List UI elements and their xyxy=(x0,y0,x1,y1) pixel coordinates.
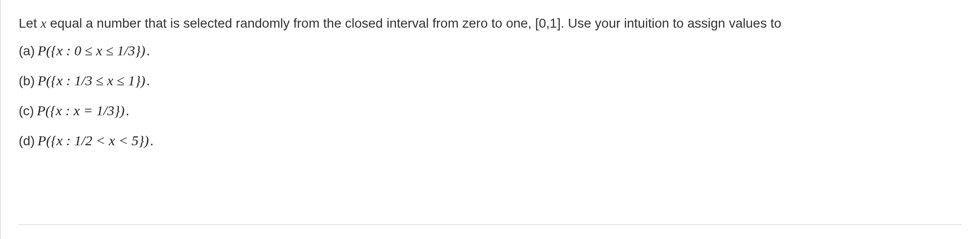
item-c: (c) P({x : x = 1/3}). xyxy=(19,101,961,120)
item-a: (a) P({x : 0 ≤ x ≤ 1/3}). xyxy=(19,41,961,60)
item-a-expression: P({x : 0 ≤ x ≤ 1/3}). xyxy=(37,41,150,60)
item-c-expression: P({x : x = 1/3}). xyxy=(37,101,130,120)
item-b: (b) P({x : 1/3 ≤ x ≤ 1}). xyxy=(19,71,961,90)
intro-prefix: Let xyxy=(19,16,41,30)
horizontal-rule xyxy=(19,224,961,225)
item-d: (d) P({x : 1/2 < x < 5}). xyxy=(19,131,961,150)
intro-variable: x xyxy=(41,16,46,30)
item-d-label: (d) xyxy=(19,132,35,150)
item-b-expression: P({x : 1/3 ≤ x ≤ 1}). xyxy=(37,71,150,90)
item-d-expression: P({x : 1/2 < x < 5}). xyxy=(37,131,154,150)
item-c-label: (c) xyxy=(19,102,34,120)
intro-text: Let x equal a number that is selected ra… xyxy=(19,14,961,32)
item-b-label: (b) xyxy=(19,72,35,90)
intro-rest: equal a number that is selected randomly… xyxy=(46,16,781,30)
item-a-label: (a) xyxy=(19,42,35,60)
